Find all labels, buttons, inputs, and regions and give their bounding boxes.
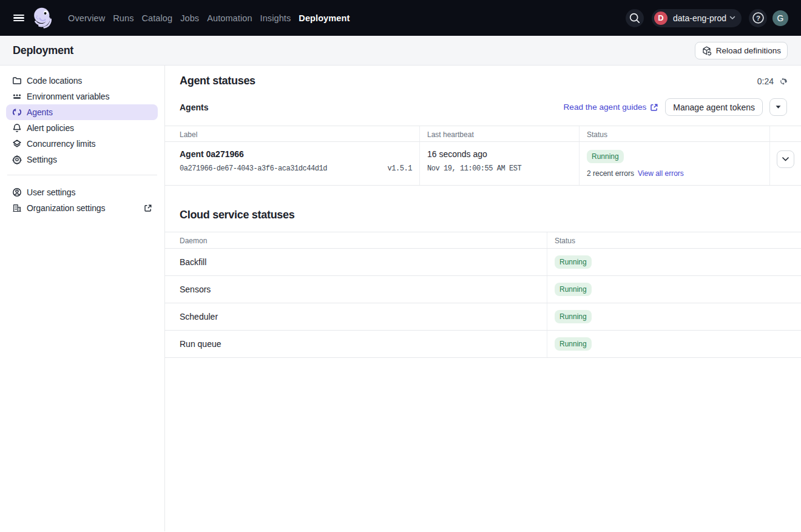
svg-text:?: ? [755,15,760,22]
